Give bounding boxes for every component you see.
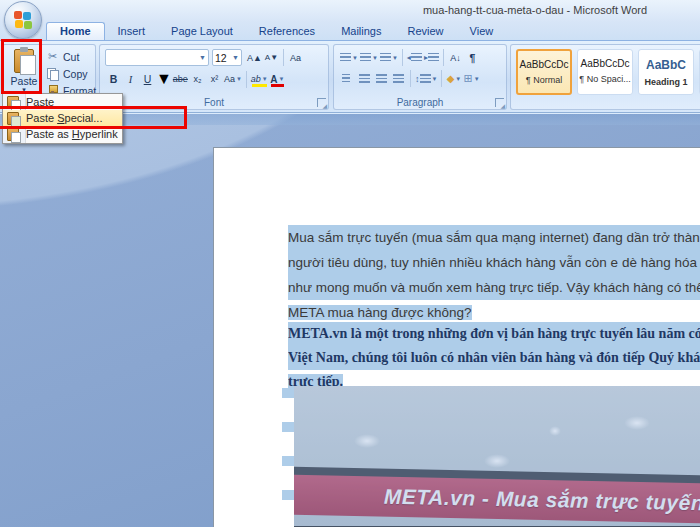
- text-highlight-button[interactable]: ab ▼: [250, 71, 269, 88]
- pilcrow-icon: ¶: [469, 52, 475, 64]
- increase-indent-button[interactable]: ▸: [423, 49, 440, 66]
- underline-dropdown-arrow[interactable]: ▼: [156, 70, 172, 88]
- show-hide-pilcrow-button[interactable]: ¶: [464, 49, 481, 66]
- selection-fragment: [282, 388, 294, 398]
- change-case-button[interactable]: Aa ▼: [223, 71, 243, 88]
- highlighter-icon: ab: [251, 74, 261, 84]
- multilevel-list-button[interactable]: ▼: [379, 49, 399, 66]
- style-no-spacing[interactable]: AaBbCcDc ¶ No Spaci...: [577, 49, 633, 95]
- style-normal[interactable]: AaBbCcDc ¶ Normal: [516, 49, 572, 95]
- justify-icon: [393, 74, 404, 83]
- subscript-button[interactable]: x₂: [189, 71, 206, 88]
- highlight-color-bar: [252, 84, 267, 87]
- italic-button[interactable]: I: [122, 71, 139, 88]
- numbering-button[interactable]: ▼: [359, 49, 379, 66]
- font-color-button[interactable]: A ▼: [269, 71, 286, 88]
- underline-button[interactable]: U: [139, 71, 156, 88]
- line-spacing-button[interactable]: ↕▼: [414, 70, 438, 87]
- font-size-value: 12: [215, 52, 227, 64]
- align-left-button[interactable]: [339, 70, 356, 87]
- selection-tint-overlay: [294, 386, 700, 527]
- chevron-down-icon: ▼: [229, 54, 239, 61]
- bold-button[interactable]: B: [105, 71, 122, 88]
- numbering-icon: [360, 53, 371, 62]
- borders-button[interactable]: ⊞▼: [462, 70, 480, 87]
- ribbon-tab-row: Home Insert Page Layout References Maili…: [0, 22, 700, 40]
- annotation-rect-paste: [1, 39, 42, 94]
- chevron-down-icon: ▼: [196, 54, 206, 61]
- shading-bucket-icon: ◆: [447, 73, 455, 84]
- shading-button[interactable]: ◆▼: [445, 70, 462, 87]
- styles-group: AaBbCcDc ¶ Normal AaBbCcDc ¶ No Spaci...…: [510, 44, 700, 110]
- window-title: mua-hang-tt-cua-meta-o-dau - Microsoft W…: [380, 4, 690, 16]
- shrink-font-button[interactable]: A▼: [263, 49, 280, 66]
- tab-review[interactable]: Review: [394, 23, 456, 40]
- font-color-bar: [271, 84, 284, 87]
- align-left-icon: [342, 74, 353, 83]
- bullets-button[interactable]: ▼: [339, 49, 359, 66]
- decrease-indent-button[interactable]: ◂: [406, 49, 423, 66]
- tab-home[interactable]: Home: [46, 22, 105, 40]
- title-bar: mua-hang-tt-cua-meta-o-dau - Microsoft W…: [0, 0, 700, 22]
- align-center-icon: [359, 74, 370, 83]
- cut-label: Cut: [63, 51, 79, 63]
- font-size-combo[interactable]: 12 ▼: [212, 49, 242, 66]
- tab-references[interactable]: References: [246, 23, 328, 40]
- superscript-button[interactable]: x²: [206, 71, 223, 88]
- font-dialog-launcher[interactable]: [317, 98, 326, 107]
- style-heading1[interactable]: AaBbC Heading 1: [638, 49, 694, 95]
- sort-button[interactable]: A↓: [447, 49, 464, 66]
- font-name-combo[interactable]: ▼: [105, 49, 209, 66]
- clear-formatting-button[interactable]: Aa: [287, 49, 304, 66]
- sort-icon: A↓: [450, 53, 461, 63]
- selection-fragment: [282, 456, 294, 466]
- doc-text-line[interactable]: Mua sắm trực tuyến (mua sắm qua mạng int…: [288, 225, 700, 250]
- office-button[interactable]: [4, 1, 42, 39]
- tab-mailings[interactable]: Mailings: [328, 23, 394, 40]
- doc-text-line[interactable]: như mong muốn và muốn xem hàng trực tiếp…: [288, 275, 700, 300]
- justify-button[interactable]: [390, 70, 407, 87]
- office-logo-icon: [14, 11, 32, 29]
- paragraph-group: ▼ ▼ ▼ ◂ ▸ A↓ ¶ ↕▼ ◆▼ ⊞▼ Paragraph: [333, 44, 507, 110]
- paragraph-group-label: Paragraph: [334, 97, 506, 108]
- tab-view[interactable]: View: [457, 23, 507, 40]
- doc-text-line[interactable]: người tiêu dùng, tuy nhiên nhiều khách h…: [288, 250, 700, 275]
- borders-grid-icon: ⊞: [463, 72, 472, 85]
- paste-hyperlink-icon: [7, 128, 19, 141]
- grow-font-button[interactable]: A▲: [246, 49, 263, 66]
- document-workspace: Mua sắm trực tuyến (mua sắm qua mạng int…: [0, 114, 700, 527]
- doc-text-line[interactable]: Việt Nam, chúng tôi luôn có nhân viên bá…: [288, 346, 700, 370]
- paragraph-dialog-launcher[interactable]: [495, 98, 504, 107]
- document-page[interactable]: Mua sắm trực tuyến (mua sắm qua mạng int…: [213, 147, 700, 527]
- bullets-icon: [340, 53, 351, 62]
- tab-page-layout[interactable]: Page Layout: [158, 23, 246, 40]
- copy-icon: [47, 68, 57, 79]
- store-photo[interactable]: META.vn - Mua sắm trực tuyến: [294, 386, 700, 527]
- align-right-button[interactable]: [373, 70, 390, 87]
- chevron-down-icon: ▼: [236, 76, 242, 82]
- selection-fragment: [282, 490, 294, 500]
- selection-fragment: [282, 422, 294, 432]
- align-right-icon: [376, 74, 387, 83]
- strikethrough-button[interactable]: abe: [172, 71, 189, 88]
- scissors-icon: ✂: [45, 50, 60, 63]
- align-center-button[interactable]: [356, 70, 373, 87]
- multilevel-list-icon: [380, 53, 391, 62]
- annotation-rect-paste-special: [0, 106, 187, 129]
- doc-text-line[interactable]: META.vn là một trong những đơn vị bán hà…: [288, 322, 700, 346]
- clear-formatting-icon: Aa: [290, 53, 301, 63]
- font-group: ▼ 12 ▼ A▲ A▼ Aa B I U ▼ abe x₂ x² Aa: [99, 44, 329, 110]
- copy-label: Copy: [63, 68, 88, 80]
- tab-insert[interactable]: Insert: [105, 23, 159, 40]
